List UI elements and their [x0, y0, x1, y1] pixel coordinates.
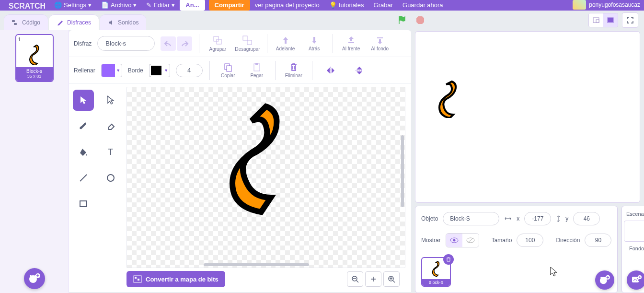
delete-button[interactable]: Eliminar	[282, 62, 305, 78]
svg-rect-16	[227, 66, 231, 71]
reshape-tool[interactable]	[100, 90, 121, 111]
brush-tool[interactable]	[73, 116, 94, 137]
svg-rect-14	[377, 37, 383, 38]
tab-sounds[interactable]: Sonidos	[100, 14, 146, 30]
ungroup-button[interactable]: Desagrupar	[235, 35, 260, 52]
menu-settings[interactable]: 🌐Settings ▾	[49, 0, 96, 11]
canvas-scrollbar-v[interactable]	[401, 135, 404, 207]
costume-list: 1 Block-s 35 x 81	[0, 30, 69, 293]
green-flag[interactable]	[395, 13, 409, 27]
add-sprite-fab[interactable]	[595, 270, 614, 290]
fill-tool[interactable]	[73, 141, 94, 163]
line-tool[interactable]	[73, 167, 94, 188]
costume-dims: 35 x 81	[17, 74, 52, 79]
select-tool[interactable]	[73, 90, 94, 111]
xy-icon	[504, 216, 512, 221]
delete-sprite-button[interactable]	[443, 254, 454, 265]
svg-rect-1	[14, 23, 17, 25]
costume-name-input[interactable]	[97, 36, 155, 51]
record-link[interactable]: Grabar	[369, 0, 398, 11]
svg-point-24	[107, 175, 114, 181]
front-button[interactable]: Al frente	[340, 35, 363, 51]
paint-editor: Disfraz Agrupar Desagrupar Adelante Atrá…	[69, 30, 411, 292]
user-chip[interactable]: ponyugofosasaucaz	[573, 0, 640, 10]
svg-rect-25	[80, 201, 87, 207]
svg-rect-0	[12, 20, 15, 22]
forward-button[interactable]: Adelante	[274, 35, 297, 51]
tab-code[interactable]: Código	[4, 14, 48, 30]
group-button[interactable]: Agrupar	[206, 35, 229, 52]
share-button[interactable]: Compartir	[209, 0, 250, 11]
sprite-size-input[interactable]	[517, 234, 543, 247]
svg-rect-4	[596, 20, 599, 23]
paste-button[interactable]: Pegar	[245, 62, 268, 78]
username: ponyugofosasaucaz	[589, 1, 640, 8]
costume-name: Block-s	[17, 69, 52, 74]
sprite-name-input[interactable]	[443, 212, 499, 225]
svg-rect-13	[348, 42, 354, 43]
undo-button[interactable]	[161, 36, 176, 51]
an-button[interactable]: An...	[180, 0, 205, 11]
flip-h-button[interactable]	[319, 66, 342, 75]
object-label: Objeto	[421, 215, 438, 222]
sprite-y-input[interactable]	[573, 212, 600, 225]
costume-label: Disfraz	[74, 40, 92, 47]
stage-size-toggle[interactable]	[588, 13, 618, 27]
outline-color-picker[interactable]: ▼	[149, 64, 170, 77]
visibility-toggle[interactable]	[446, 233, 479, 247]
save-now-link[interactable]: Guardar ahora	[398, 0, 448, 11]
menu-edit[interactable]: ✎Editar ▾	[141, 0, 180, 11]
project-page-link[interactable]: ver pagina del proyecto	[250, 0, 324, 11]
sprite-x-input[interactable]	[524, 212, 551, 225]
redo-button[interactable]	[177, 36, 192, 51]
zoom-in-button[interactable]	[383, 271, 400, 287]
fondos-label: Fondos	[629, 246, 644, 251]
tutorials-link[interactable]: 💡 tutoriales	[324, 0, 369, 11]
hide-icon[interactable]	[462, 234, 479, 247]
text-tool[interactable]: T	[100, 141, 121, 163]
stage[interactable]	[415, 31, 640, 203]
tab-costumes[interactable]: Disfraces	[49, 14, 99, 30]
eraser-tool[interactable]	[100, 116, 121, 137]
svg-rect-6	[608, 18, 613, 22]
y-label: y	[565, 215, 568, 222]
escenario-label: Escenario	[626, 211, 644, 217]
svg-rect-17	[254, 64, 260, 71]
show-icon[interactable]	[446, 234, 462, 247]
stage-small-icon[interactable]	[589, 13, 603, 27]
avatar	[573, 0, 586, 10]
svg-rect-10	[217, 39, 221, 44]
sound-icon	[107, 19, 115, 26]
svg-rect-18	[255, 63, 258, 65]
back-button[interactable]: Al fondo	[368, 35, 391, 51]
svg-rect-27	[135, 277, 137, 279]
sprite-thumb[interactable]: Block-S	[421, 257, 451, 287]
costume-thumb[interactable]: 1 Block-s 35 x 81	[15, 34, 54, 82]
fill-color-swatch	[102, 64, 115, 77]
fill-color-picker[interactable]: ▼	[101, 64, 122, 77]
stop-sign[interactable]	[413, 13, 427, 27]
backward-button[interactable]: Atrás	[303, 35, 326, 51]
zoom-out-button[interactable]	[347, 271, 363, 287]
menu-file[interactable]: 📄Archivo ▾	[96, 0, 141, 11]
zoom-reset-button[interactable]	[365, 271, 381, 287]
sprite-direction-input[interactable]	[585, 234, 611, 247]
copy-button[interactable]: Copiar	[217, 62, 240, 78]
convert-bitmap-button[interactable]: Convertir a mapa de bits	[126, 271, 225, 287]
backdrop-thumb[interactable]	[624, 221, 644, 242]
stage-large-icon[interactable]	[603, 13, 618, 27]
canvas-scrollbar-h[interactable]	[204, 263, 309, 266]
svg-text:T: T	[108, 147, 113, 157]
add-costume-fab[interactable]	[24, 268, 45, 289]
brush-icon	[57, 19, 64, 26]
circle-tool[interactable]	[100, 167, 121, 188]
fullscreen-button[interactable]	[622, 12, 638, 28]
flip-v-button[interactable]	[348, 65, 371, 76]
logo[interactable]: SCRATCH	[5, 2, 49, 11]
add-backdrop-fab[interactable]	[627, 270, 644, 290]
bitmap-icon	[133, 275, 142, 283]
outline-color-swatch	[150, 64, 163, 77]
paint-canvas[interactable]	[126, 87, 405, 268]
outline-width-input[interactable]	[176, 64, 203, 77]
rect-tool[interactable]	[73, 193, 94, 214]
